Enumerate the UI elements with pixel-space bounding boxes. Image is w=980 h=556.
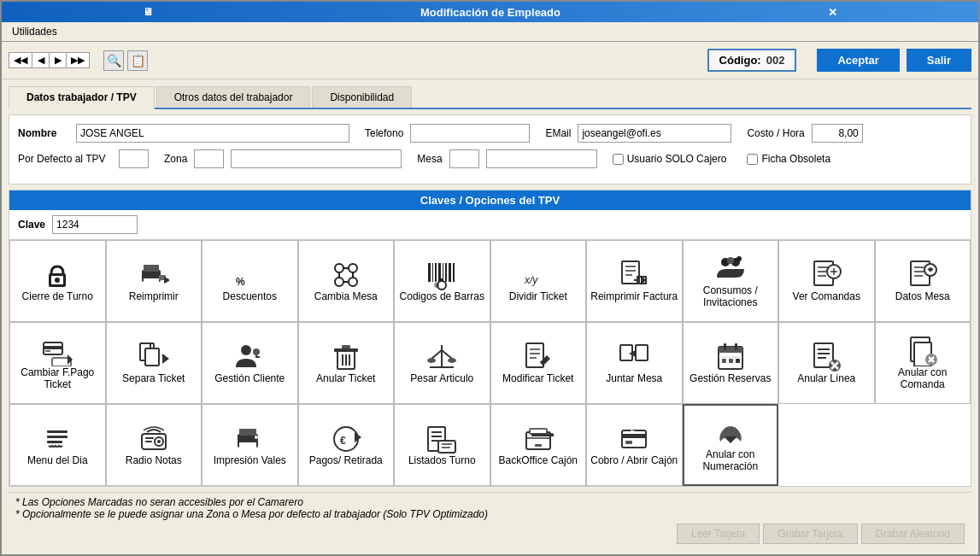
zona-input2[interactable] [231, 149, 402, 168]
svg-rect-105 [145, 437, 154, 439]
svg-rect-76 [620, 345, 632, 360]
svg-text:%: % [236, 276, 245, 288]
percent-icon: % [234, 260, 265, 290]
nav-prev[interactable]: ◀ [32, 53, 50, 67]
usuario-cajero-checkbox[interactable] [613, 154, 624, 165]
svg-rect-81 [724, 343, 726, 350]
svg-rect-118 [438, 441, 455, 453]
salir-button[interactable]: Salir [907, 49, 971, 72]
svg-text:▬▬▬: ▬▬▬ [531, 427, 554, 439]
anular-num-icon [715, 418, 746, 448]
btn-cambia-mesa[interactable]: Cambia Mesa [298, 240, 395, 322]
svg-rect-80 [719, 347, 742, 353]
clave-input[interactable] [52, 215, 138, 234]
btn-pesar[interactable]: Pesar Articulo [394, 322, 490, 404]
svg-rect-13 [428, 263, 431, 282]
svg-point-9 [335, 264, 343, 272]
svg-point-57 [241, 345, 251, 355]
tab-otros-datos[interactable]: Otros datos del trabajador [156, 86, 311, 108]
svg-rect-108 [239, 442, 256, 449]
svg-text:x/y: x/y [524, 274, 538, 286]
svg-rect-85 [729, 359, 733, 363]
separa-icon [138, 342, 169, 372]
mesa-input2[interactable] [486, 149, 597, 168]
btn-dividir-ticket[interactable]: x/y Dividir Ticket [490, 240, 587, 322]
svg-rect-100 [47, 436, 67, 438]
datos-mesa-icon [907, 260, 938, 290]
nav-first[interactable]: ◀◀ [9, 53, 32, 67]
aceptar-button[interactable]: Aceptar [817, 49, 899, 72]
btn-anular-ticket[interactable]: Anular Ticket [298, 322, 395, 404]
btn-modificar-ticket[interactable]: Modificar Ticket [490, 322, 587, 404]
btn-anular-linea[interactable]: Anular Línea [778, 322, 875, 404]
ficha-obsoleta-checkbox[interactable] [747, 154, 758, 165]
nav-last[interactable]: ▶▶ [67, 53, 89, 67]
svg-rect-99 [47, 430, 67, 433]
por-defecto-input[interactable] [119, 149, 149, 168]
svg-point-12 [349, 278, 357, 286]
tab-datos-trabajador[interactable]: Datos trabajador / TPV [9, 86, 155, 109]
btn-datos-mesa[interactable]: Datos Mesa [875, 240, 971, 322]
btn-descuentos[interactable]: % Descuentos [202, 240, 298, 322]
btn-cambiar-pago[interactable]: Cambiar F.Pago Ticket [9, 322, 106, 404]
svg-marker-130 [724, 436, 737, 443]
email-input[interactable] [578, 124, 731, 143]
form-section: Nombre Telefono EMail Costo / Hora Por D… [9, 114, 971, 184]
usuario-cajero-group: Usuario SOLO Cajero [613, 153, 727, 165]
btn-consumos[interactable]: Consumos / Invitaciones [683, 240, 779, 322]
navigation-controls: ◀◀ ◀ ▶ ▶▶ [9, 52, 90, 68]
svg-rect-86 [736, 359, 740, 363]
mesa-input1[interactable] [449, 149, 479, 168]
btn-reimprimir-factura[interactable]: Reimprimir Factura [586, 240, 683, 322]
svg-rect-54 [145, 348, 159, 366]
list-icon[interactable]: 📋 [127, 50, 148, 71]
zona-input1[interactable] [194, 149, 224, 168]
fraction-icon: x/y [523, 260, 554, 290]
btn-cierre-turno[interactable]: Cierre de Turno [9, 240, 106, 322]
close-button[interactable]: ✕ [828, 6, 837, 19]
btn-pagos-retirada[interactable]: € Pagos/ Retirada [298, 404, 395, 486]
btn-radio-notas[interactable]: Radio Notas [106, 404, 202, 486]
btn-juntar-mesa[interactable]: Juntar Mesa [586, 322, 683, 404]
title-bar: 🖥 Modificación de Empleado ✕ [2, 2, 978, 22]
barcode-icon [426, 260, 457, 290]
consumos-icon [715, 254, 746, 284]
svg-rect-14 [432, 263, 433, 282]
nombre-input[interactable] [76, 124, 349, 143]
btn-gestion-cliente[interactable]: Gestión Cliente [202, 322, 298, 404]
btn-ver-comandas[interactable]: Ver Comandas [778, 240, 875, 322]
menu-utilidades[interactable]: Utilidades [5, 24, 64, 39]
nav-next[interactable]: ▶ [50, 53, 67, 67]
btn-menu-dia[interactable]: Menu del Dia [9, 404, 106, 486]
svg-line-67 [431, 350, 442, 359]
telefono-input[interactable] [410, 124, 530, 143]
buttons-grid: Cierre de Turno Reimprimir % Descuentos [9, 239, 971, 486]
svg-point-10 [349, 264, 357, 272]
btn-reimprimir[interactable]: Reimprimir [106, 240, 202, 322]
btn-anular-comanda[interactable]: Anular con Comanda [875, 322, 971, 404]
window-title: Modificación de Empleado [420, 6, 560, 19]
grabar-tarjeta-button[interactable]: Grabar Tarjeta [763, 524, 857, 544]
grabar-aleatorio-button[interactable]: Grabar Aleatorio [861, 524, 965, 544]
btn-separa-ticket[interactable]: Separa Ticket [106, 322, 202, 404]
svg-point-11 [335, 278, 343, 286]
search-icon[interactable]: 🔍 [103, 50, 124, 71]
svg-point-111 [334, 427, 358, 451]
svg-point-23 [434, 283, 439, 288]
btn-gest-reservas[interactable]: Gestión Reservas [683, 322, 779, 404]
tab-bar: Datos trabajador / TPV Otros datos del t… [9, 86, 971, 109]
btn-backoffice[interactable]: ▬▬▬ BackOffice Cajón [490, 404, 587, 486]
btn-listados-turno[interactable]: Listados Turno [394, 404, 490, 486]
svg-point-70 [448, 358, 456, 363]
costo-hora-input[interactable] [812, 124, 863, 143]
leer-tarjeta-button[interactable]: Leer Tarjeta [677, 524, 760, 544]
btn-anular-num[interactable]: Anular con Numeración [683, 404, 779, 486]
btn-impresion-vales[interactable]: Impresión Vales [202, 404, 298, 486]
clave-label: Clave [18, 219, 45, 231]
tpv-section: Claves / Opciones del TPV Clave Cierre d… [9, 190, 971, 487]
footer-note1: * Las Opciones Marcadas no seran accesib… [15, 496, 965, 508]
btn-codigos-barras[interactable]: Codigos de Barras [394, 240, 490, 322]
zone-row: Por Defecto al TPV Zona Mesa Usuario SOL… [18, 149, 962, 168]
btn-cobro[interactable]: € Cobro / Abrir Cajón [586, 404, 683, 486]
tab-disponibilidad[interactable]: Disponibilidad [312, 86, 412, 108]
